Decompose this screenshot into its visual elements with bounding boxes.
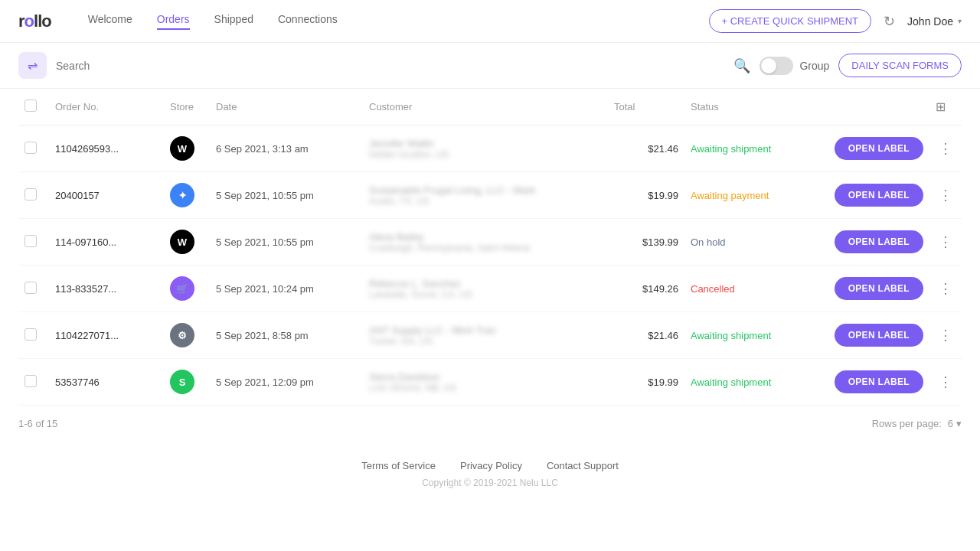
order-total: $19.99 xyxy=(648,377,678,388)
order-date: 5 Sep 2021, 10:55 pm xyxy=(216,190,314,201)
order-number: 114-097160... xyxy=(55,236,116,248)
open-label-button[interactable]: OPEN LABEL xyxy=(835,324,923,347)
row-more-button[interactable]: ⋮ xyxy=(936,184,956,207)
row-checkbox-0[interactable] xyxy=(24,142,37,154)
store-icon: W xyxy=(170,230,194,254)
order-total: $139.99 xyxy=(642,236,678,248)
row-checkbox-1[interactable] xyxy=(24,188,37,201)
row-more-button[interactable]: ⋮ xyxy=(936,137,956,160)
row-checkbox-3[interactable] xyxy=(24,282,37,294)
navbar: rollo Welcome Orders Shipped Connections… xyxy=(0,0,980,43)
group-toggle[interactable] xyxy=(760,57,793,75)
row-more-button[interactable]: ⋮ xyxy=(936,277,956,300)
row-checkbox-2[interactable] xyxy=(24,235,37,247)
store-icon: ⚙ xyxy=(170,323,194,347)
customer-name: Rebecca L. Sanchez xyxy=(369,278,602,289)
footer: Terms of Service Privacy Policy Contact … xyxy=(0,442,980,507)
order-date: 5 Sep 2021, 12:09 pm xyxy=(216,377,314,388)
customer-location: Austin, TX, US xyxy=(369,196,602,207)
status-badge: Cancelled xyxy=(691,283,735,295)
row-more-button[interactable]: ⋮ xyxy=(936,230,956,253)
open-label-button[interactable]: OPEN LABEL xyxy=(835,277,923,300)
select-all-checkbox[interactable] xyxy=(24,99,37,112)
status-badge: On hold xyxy=(691,236,726,248)
order-total: $21.46 xyxy=(648,143,678,155)
status-badge: Awaiting shipment xyxy=(691,143,771,155)
status-badge: Awaiting shipment xyxy=(691,377,771,388)
th-date: Date xyxy=(210,89,363,126)
row-more-button[interactable]: ⋮ xyxy=(936,324,956,347)
create-quick-shipment-button[interactable]: + CREATE QUICK SHIPMENT xyxy=(709,9,872,33)
row-more-button[interactable]: ⋮ xyxy=(936,370,956,393)
rows-per-page: Rows per page: 6 ▾ xyxy=(872,418,962,429)
status-badge: Awaiting payment xyxy=(691,190,769,201)
order-number: 20400157 xyxy=(55,190,100,201)
order-total: $21.46 xyxy=(648,330,678,341)
customer-location: Tucker, GA, US xyxy=(369,336,602,347)
toggle-knob xyxy=(761,58,776,73)
open-label-button[interactable]: OPEN LABEL xyxy=(835,370,923,393)
table-row: 1104269593... W 6 Sep 2021, 3:13 am Jenn… xyxy=(18,126,962,172)
store-icon: S xyxy=(170,370,194,394)
rows-per-page-select[interactable]: 6 ▾ xyxy=(948,418,962,429)
open-label-button[interactable]: OPEN LABEL xyxy=(835,184,923,207)
order-total: $149.26 xyxy=(642,283,678,295)
search-icon[interactable]: 🔍 xyxy=(733,57,750,74)
customer-name: Jennifer Wallin xyxy=(369,138,602,149)
daily-scan-forms-button[interactable]: DAILY SCAN FORMS xyxy=(838,54,962,77)
table-row: 53537746 S 5 Sep 2021, 12:09 pm Sierra D… xyxy=(18,359,962,406)
user-name: John Doe xyxy=(907,15,953,28)
open-label-button[interactable]: OPEN LABEL xyxy=(835,137,923,160)
user-menu[interactable]: John Doe ▾ xyxy=(907,15,962,28)
order-date: 5 Sep 2021, 8:58 pm xyxy=(216,330,309,341)
customer-name: Sustainable Frugal Living, LLC - Mark xyxy=(369,184,602,196)
customer-name: Sierra Davidson xyxy=(369,371,602,383)
customer-location: Landside, Grove, CA, US xyxy=(369,289,602,300)
group-label: Group xyxy=(799,60,829,72)
nav-connections[interactable]: Connections xyxy=(278,13,338,30)
rows-per-page-value: 6 xyxy=(948,418,953,429)
rows-per-page-label: Rows per page: xyxy=(872,418,942,429)
order-number: 1104269593... xyxy=(55,143,119,155)
group-toggle-container: Group xyxy=(760,57,829,75)
nav-shipped[interactable]: Shipped xyxy=(214,13,253,30)
customer-location: Cranburgh, Pennsylvania, Saint Helena xyxy=(369,243,602,253)
th-store: Store xyxy=(164,89,210,126)
column-toggle-button[interactable]: ⊞ xyxy=(936,99,946,114)
table-body: 1104269593... W 6 Sep 2021, 3:13 am Jenn… xyxy=(18,126,962,406)
table-header: Order No. Store Date Customer Total Stat… xyxy=(18,89,962,126)
refresh-icon[interactable]: ↻ xyxy=(884,13,895,30)
th-customer: Customer xyxy=(363,89,608,126)
support-link[interactable]: Contact Support xyxy=(547,460,619,471)
table-row: 114-097160... W 5 Sep 2021, 10:55 pm Ale… xyxy=(18,219,962,266)
copyright: Copyright © 2019-2021 Nelu LLC xyxy=(18,478,962,488)
nav-orders[interactable]: Orders xyxy=(157,13,190,30)
th-order: Order No. xyxy=(49,89,164,126)
order-date: 5 Sep 2021, 10:24 pm xyxy=(216,283,314,295)
filter-button[interactable]: ⇌ xyxy=(18,52,47,79)
pagination-range: 1-6 of 15 xyxy=(18,418,57,429)
chevron-down-icon: ▾ xyxy=(958,17,962,25)
order-date: 6 Sep 2021, 3:13 am xyxy=(216,143,309,155)
customer-name: ANT Supply LLC - Minh Tran xyxy=(369,324,602,336)
th-total: Total xyxy=(608,89,684,126)
table-row: 20400157 ✦ 5 Sep 2021, 10:55 pm Sustaina… xyxy=(18,172,962,219)
status-badge: Awaiting shipment xyxy=(691,330,771,341)
row-checkbox-4[interactable] xyxy=(24,328,37,341)
th-status: Status xyxy=(684,89,822,126)
terms-link[interactable]: Terms of Service xyxy=(361,460,436,471)
orders-table: Order No. Store Date Customer Total Stat… xyxy=(18,89,962,406)
nav-links: Welcome Orders Shipped Connections xyxy=(88,13,709,30)
nav-welcome[interactable]: Welcome xyxy=(88,13,132,30)
privacy-link[interactable]: Privacy Policy xyxy=(460,460,522,471)
search-input[interactable] xyxy=(56,60,724,72)
rows-per-page-chevron: ▾ xyxy=(956,418,962,429)
footer-links: Terms of Service Privacy Policy Contact … xyxy=(18,460,962,471)
order-number: 53537746 xyxy=(55,377,100,388)
order-date: 5 Sep 2021, 10:55 pm xyxy=(216,236,314,248)
open-label-button[interactable]: OPEN LABEL xyxy=(835,230,923,253)
nav-right: + CREATE QUICK SHIPMENT ↻ John Doe ▾ xyxy=(709,9,962,33)
row-checkbox-5[interactable] xyxy=(24,375,37,387)
customer-location: hidden location, US xyxy=(369,149,602,160)
th-action xyxy=(822,89,929,126)
